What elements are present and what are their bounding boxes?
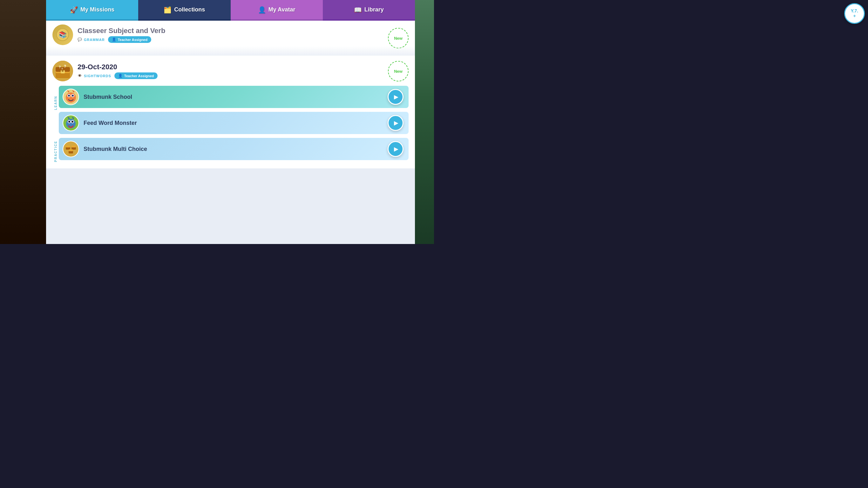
sightwords-category-badge: 👁️ SIGHTWORDS — [78, 74, 111, 78]
svg-text:📚: 📚 — [59, 31, 67, 38]
nav-tabs: 🚀 My Missions 🗂️ Collections 👤 My Avatar… — [46, 0, 415, 21]
play-icon-3: ▶ — [394, 146, 398, 152]
sightwords-card-badges: 👁️ SIGHTWORDS 👤 Teacher Assigned — [78, 72, 409, 79]
sightwords-card-icon: ? ? ? — [53, 61, 73, 81]
feed-word-monster-icon — [63, 115, 79, 131]
svg-text:?: ? — [59, 65, 61, 69]
mission-card-sightwords: ? ? ? 29-Oct-2020 👁️ SIGHTWORDS 👤 — [46, 56, 415, 169]
svg-point-16 — [68, 95, 70, 97]
sightwords-card-date: 29-Oct-2020 — [78, 63, 409, 71]
grammar-new-badge: New — [388, 28, 409, 49]
grammar-card-title: Classeer Subject and Verb — [78, 27, 409, 35]
rocket-icon: 🚀 — [70, 6, 78, 14]
grammar-category-icon: 💬 — [78, 37, 82, 41]
practice-section: Practice — [53, 112, 409, 162]
svg-point-17 — [72, 95, 74, 97]
grammar-category-badge: 💬 GRAMMAR — [78, 37, 105, 41]
svg-text:?: ? — [61, 67, 63, 70]
practice-label: Practice — [53, 112, 59, 162]
teacher-icon-2: 👤 — [118, 74, 123, 78]
tab-missions-label: My Missions — [81, 6, 114, 13]
svg-rect-30 — [66, 146, 70, 147]
grammar-card-badges: 💬 GRAMMAR 👤 Teacher Assigned — [78, 36, 409, 43]
activity-stubmunk-multi-choice: Stubmunk Multi Choice ▶ — [59, 138, 409, 160]
sightwords-new-badge: New — [388, 61, 409, 81]
tab-my-avatar[interactable]: 👤 My Avatar — [231, 0, 323, 21]
play-icon-1: ▶ — [394, 93, 398, 100]
practice-activities-group: Practice — [53, 112, 409, 162]
partial-overlay — [46, 46, 415, 56]
sightwords-teacher-badge: 👤 Teacher Assigned — [114, 72, 158, 79]
activity-feed-word-monster: Feed Word Monster ▶ — [59, 112, 409, 134]
tab-library[interactable]: 📖 Library — [323, 0, 415, 21]
main-container: 🚀 My Missions 🗂️ Collections 👤 My Avatar… — [46, 0, 415, 244]
svg-point-24 — [68, 121, 70, 123]
mission-card-grammar: 📚 Classeer Subject and Verb 💬 GRAMMAR 👤 … — [46, 21, 415, 56]
stubmunk-school-name: Stubmunk School — [84, 94, 388, 100]
stubmunk-multi-choice-name: Stubmunk Multi Choice — [84, 146, 388, 152]
grammar-teacher-badge: 👤 Teacher Assigned — [108, 36, 152, 43]
svg-text:?: ? — [64, 64, 66, 69]
teacher-icon-1: 👤 — [112, 37, 116, 41]
feed-word-monster-name: Feed Word Monster — [84, 120, 388, 126]
grammar-card-icon: 📚 — [53, 25, 73, 45]
tab-library-label: Library — [365, 6, 384, 13]
collections-icon: 🗂️ — [164, 6, 172, 14]
svg-rect-32 — [71, 146, 76, 147]
tab-my-missions[interactable]: 🚀 My Missions — [46, 0, 138, 21]
learn-label: Learn — [53, 86, 59, 110]
svg-point-25 — [71, 121, 73, 123]
activity-stubmunk-school: Stubmunk School ▶ — [59, 86, 409, 108]
content-area: 📚 Classeer Subject and Verb 💬 GRAMMAR 👤 … — [46, 21, 415, 244]
learn-activities-group: Learn — [53, 86, 409, 110]
sightwords-icon: 👁️ — [78, 74, 82, 78]
learn-section: Learn — [53, 86, 409, 110]
play-icon-2: ▶ — [394, 119, 398, 126]
learn-activities-list: Stubmunk School ▶ — [59, 86, 409, 110]
svg-point-13 — [66, 92, 76, 102]
tab-collections[interactable]: 🗂️ Collections — [138, 0, 230, 21]
library-icon: 📖 — [354, 6, 362, 14]
stubmunk-multi-choice-icon — [63, 141, 79, 157]
tab-avatar-label: My Avatar — [269, 6, 296, 13]
play-stubmunk-multi-choice-button[interactable]: ▶ — [388, 141, 403, 157]
svg-rect-34 — [69, 149, 73, 151]
play-stubmunk-school-button[interactable]: ▶ — [388, 89, 403, 105]
stubmunk-school-icon — [63, 89, 79, 105]
practice-activities-list: Feed Word Monster ▶ — [59, 112, 409, 162]
svg-point-28 — [63, 142, 79, 157]
avatar-icon: 👤 — [258, 6, 266, 14]
tab-collections-label: Collections — [174, 6, 205, 13]
play-feed-word-monster-button[interactable]: ▶ — [388, 115, 403, 131]
